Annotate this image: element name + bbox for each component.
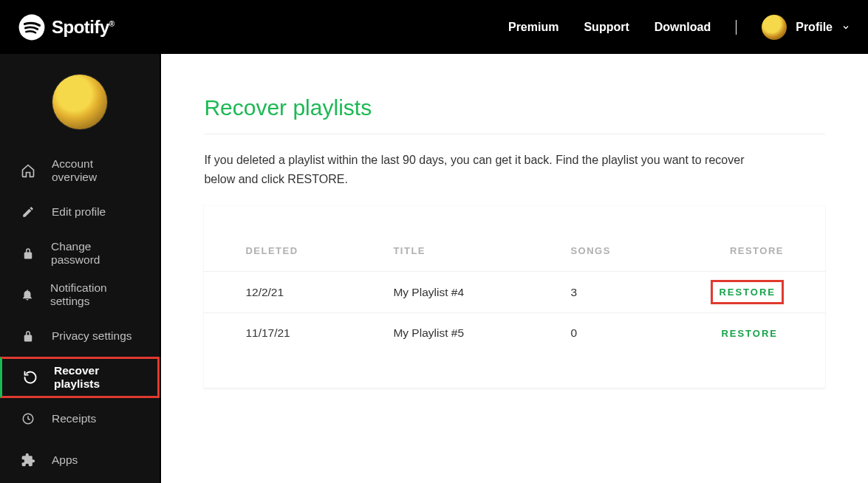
chevron-down-icon [841, 23, 850, 32]
page-description: If you deleted a playlist within the las… [204, 151, 765, 188]
cell-restore: RESTORE [711, 280, 784, 304]
lock-icon [21, 246, 35, 261]
cell-title: My Playlist #5 [393, 326, 570, 340]
table-header: DELETED TITLE SONGS RESTORE [204, 230, 825, 271]
col-songs: SONGS [570, 245, 711, 256]
table-row: 11/17/21 My Playlist #5 0 RESTORE [204, 312, 825, 354]
sidebar-item-receipts[interactable]: Receipts [0, 398, 160, 439]
cell-songs: 0 [570, 326, 711, 340]
col-restore: RESTORE [711, 245, 784, 256]
refresh-icon [23, 370, 38, 385]
sidebar-item-notification-settings[interactable]: Notification settings [0, 274, 160, 315]
sidebar-item-label: Notification settings [50, 281, 139, 308]
bell-icon [21, 287, 34, 302]
brand-text: Spotify® [52, 17, 115, 38]
divider [204, 134, 825, 134]
sidebar-item-label: Privacy settings [52, 329, 132, 343]
pencil-icon [21, 205, 35, 219]
profile-label: Profile [796, 21, 833, 34]
puzzle-icon [21, 453, 35, 467]
header-nav: Premium Support Download Profile [508, 15, 850, 40]
table-row: 12/2/21 My Playlist #4 3 RESTORE [204, 271, 825, 312]
nav-download[interactable]: Download [655, 21, 711, 34]
nav-support[interactable]: Support [584, 21, 629, 34]
nav-premium[interactable]: Premium [508, 21, 558, 34]
nav-divider [736, 20, 737, 35]
spotify-logo-icon [18, 13, 46, 41]
avatar-small [762, 15, 787, 40]
nav-profile[interactable]: Profile [762, 15, 850, 40]
cell-title: My Playlist #4 [393, 286, 570, 299]
restore-button[interactable]: RESTORE [715, 323, 784, 343]
sidebar-item-label: Account overview [52, 157, 139, 184]
cell-restore: RESTORE [711, 323, 784, 343]
playlist-table: DELETED TITLE SONGS RESTORE 12/2/21 My P… [204, 206, 825, 388]
main-content: Recover playlists If you deleted a playl… [161, 54, 868, 483]
home-icon [21, 163, 35, 178]
sidebar-item-recover-playlists[interactable]: Recover playlists [0, 357, 160, 398]
cell-deleted: 11/17/21 [245, 326, 393, 340]
lock-icon [21, 329, 35, 343]
sidebar-item-label: Recover playlists [54, 364, 137, 391]
avatar-large[interactable] [52, 74, 108, 130]
logo-area[interactable]: Spotify® [18, 13, 115, 41]
col-deleted: DELETED [245, 245, 393, 256]
sidebar-item-change-password[interactable]: Change password [0, 233, 160, 274]
sidebar-item-privacy-settings[interactable]: Privacy settings [0, 315, 160, 357]
clock-icon [21, 411, 35, 426]
sidebar-item-label: Receipts [52, 412, 96, 425]
col-title: TITLE [393, 245, 570, 256]
sidebar-item-apps[interactable]: Apps [0, 439, 160, 481]
sidebar-item-label: Apps [52, 453, 78, 467]
cell-songs: 3 [570, 286, 711, 299]
sidebar-item-label: Edit profile [52, 205, 106, 219]
sidebar-item-account-overview[interactable]: Account overview [0, 150, 160, 191]
page-title: Recover playlists [204, 95, 825, 120]
restore-button[interactable]: RESTORE [711, 280, 784, 304]
sidebar-item-edit-profile[interactable]: Edit profile [0, 191, 160, 233]
body: Account overview Edit profile Change pas… [0, 54, 868, 483]
header: Spotify® Premium Support Download Profil… [0, 0, 868, 54]
cell-deleted: 12/2/21 [245, 286, 393, 299]
sidebar-item-label: Change password [51, 240, 139, 267]
sidebar: Account overview Edit profile Change pas… [0, 54, 161, 483]
sidebar-avatar-wrap [0, 54, 160, 150]
